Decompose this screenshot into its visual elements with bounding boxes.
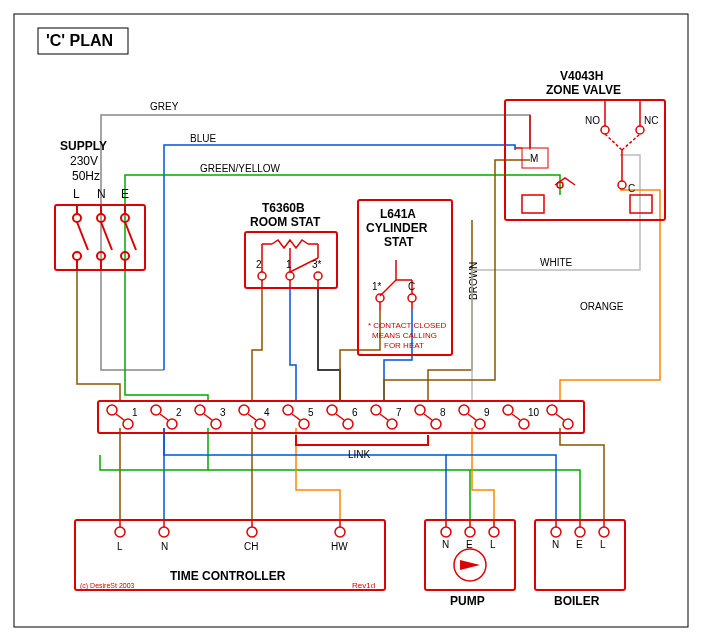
- svg-line-11: [125, 222, 136, 250]
- cylstat-note1: * CONTACT CLOSED: [368, 321, 447, 330]
- svg-point-76: [387, 419, 397, 429]
- roomstat-t1: 2: [256, 259, 262, 270]
- cylstat-block: L641A CYLINDER STAT 1* C * CONTACT CLOSE…: [358, 200, 452, 355]
- svg-point-69: [283, 405, 293, 415]
- junction-link: LINK: [348, 449, 371, 460]
- svg-point-85: [519, 419, 529, 429]
- svg-line-86: [512, 414, 520, 420]
- svg-line-36: [380, 280, 396, 296]
- supply-voltage: 230V: [70, 154, 98, 168]
- j10: 10: [528, 407, 540, 418]
- j5: 5: [308, 407, 314, 418]
- wire-greenyellow-label: GREEN/YELLOW: [200, 163, 281, 174]
- boiler-E: E: [576, 539, 583, 550]
- j6: 6: [352, 407, 358, 418]
- roomstat-t3: 3*: [312, 259, 322, 270]
- timecontroller-block: L N CH HW TIME CONTROLLER (c) DesireSt 2…: [75, 520, 385, 590]
- cylstat-t1: 1*: [372, 281, 382, 292]
- svg-rect-99: [425, 520, 515, 590]
- j4: 4: [264, 407, 270, 418]
- svg-line-46: [622, 134, 640, 150]
- svg-point-6: [73, 252, 81, 260]
- supply-label: SUPPLY: [60, 139, 107, 153]
- svg-point-73: [343, 419, 353, 429]
- svg-point-100: [441, 527, 451, 537]
- svg-point-101: [465, 527, 475, 537]
- svg-point-75: [371, 405, 381, 415]
- wire-grey-label: GREY: [150, 101, 179, 112]
- cylstat-note3: FOR HEAT: [384, 341, 424, 350]
- wire-white-label: WHITE: [540, 257, 573, 268]
- supply-N: N: [97, 187, 106, 201]
- wire-blue-label: BLUE: [190, 133, 216, 144]
- svg-point-19: [258, 272, 266, 280]
- svg-point-21: [314, 272, 322, 280]
- svg-point-20: [286, 272, 294, 280]
- boiler-label: BOILER: [554, 594, 600, 608]
- tc-N: N: [161, 541, 168, 552]
- roomstat-label1: T6360B: [262, 201, 305, 215]
- svg-rect-50: [522, 195, 544, 213]
- tc-L: L: [117, 541, 123, 552]
- svg-line-71: [292, 414, 300, 420]
- zonevalve-M: M: [530, 153, 538, 164]
- svg-point-93: [247, 527, 257, 537]
- wire-brown-label: BROWN: [468, 262, 479, 300]
- zonevalve-block: V4043H ZONE VALVE M NO NC C: [505, 69, 665, 220]
- svg-point-60: [151, 405, 161, 415]
- pump-E: E: [466, 539, 473, 550]
- tc-label: TIME CONTROLLER: [170, 569, 286, 583]
- svg-line-83: [468, 414, 476, 420]
- zonevalve-NC: NC: [644, 115, 658, 126]
- svg-point-88: [563, 419, 573, 429]
- svg-point-63: [195, 405, 205, 415]
- supply-E: E: [121, 187, 129, 201]
- boiler-L: L: [600, 539, 606, 550]
- cylstat-note2: MEANS CALLING: [372, 331, 437, 340]
- svg-line-9: [77, 222, 88, 250]
- cylstat-label1: L641A: [380, 207, 416, 221]
- pump-L: L: [490, 539, 496, 550]
- svg-point-67: [255, 419, 265, 429]
- j8: 8: [440, 407, 446, 418]
- svg-point-87: [547, 405, 557, 415]
- svg-point-47: [618, 181, 626, 189]
- svg-point-70: [299, 419, 309, 429]
- svg-point-108: [551, 527, 561, 537]
- svg-line-65: [204, 414, 212, 420]
- svg-point-82: [475, 419, 485, 429]
- svg-point-94: [335, 527, 345, 537]
- wiring-diagram: 'C' PLAN GREY BLUE GREEN/YELLOW BROWN WH…: [0, 0, 702, 641]
- roomstat-block: T6360B ROOM STAT 2 1 3*: [245, 201, 337, 288]
- roomstat-t2: 1: [286, 259, 292, 270]
- zonevalve-label2: ZONE VALVE: [546, 83, 621, 97]
- roomstat-label2: ROOM STAT: [250, 215, 321, 229]
- svg-point-3: [73, 214, 81, 222]
- svg-point-78: [415, 405, 425, 415]
- svg-point-66: [239, 405, 249, 415]
- svg-line-62: [160, 414, 168, 420]
- svg-line-80: [424, 414, 432, 420]
- svg-point-79: [431, 419, 441, 429]
- svg-point-84: [503, 405, 513, 415]
- supply-block: SUPPLY 230V 50Hz L N E: [55, 139, 145, 270]
- tc-HW: HW: [331, 541, 348, 552]
- j2: 2: [176, 407, 182, 418]
- zonevalve-NO: NO: [585, 115, 600, 126]
- svg-point-72: [327, 405, 337, 415]
- junction-strip: 1 2 3 4 5 6 7 8 9 10 LINK: [98, 401, 584, 460]
- svg-line-10: [101, 222, 112, 250]
- svg-point-81: [459, 405, 469, 415]
- svg-point-92: [159, 527, 169, 537]
- svg-point-58: [123, 419, 133, 429]
- svg-point-61: [167, 419, 177, 429]
- wire-orange-label: ORANGE: [580, 301, 624, 312]
- svg-point-109: [575, 527, 585, 537]
- diagram-title: 'C' PLAN: [46, 32, 113, 49]
- svg-rect-107: [535, 520, 625, 590]
- svg-point-110: [599, 527, 609, 537]
- svg-line-59: [116, 414, 124, 420]
- svg-point-64: [211, 419, 221, 429]
- svg-rect-51: [630, 195, 652, 213]
- svg-rect-0: [14, 14, 688, 627]
